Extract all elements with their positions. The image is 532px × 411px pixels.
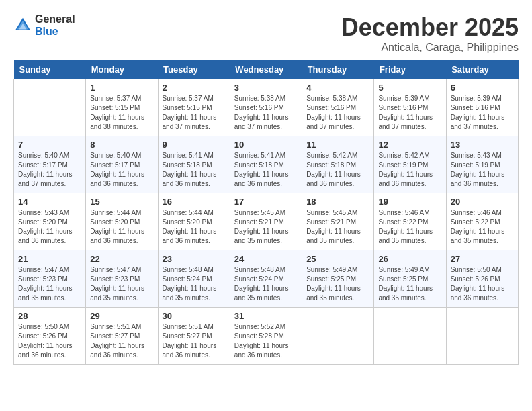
cell-week1-day6: 6Sunrise: 5:39 AMSunset: 5:16 PMDaylight… — [446, 79, 518, 136]
header: General Blue December 2025 Anticala, Car… — [13, 13, 519, 54]
header-wednesday: Wednesday — [230, 60, 302, 79]
cell-week1-day0 — [14, 79, 86, 136]
logo: General Blue — [13, 13, 75, 37]
day-number: 1 — [90, 83, 153, 93]
cell-week3-day6: 20Sunrise: 5:46 AMSunset: 5:22 PMDayligh… — [446, 193, 518, 250]
cell-week4-day5: 26Sunrise: 5:49 AMSunset: 5:25 PMDayligh… — [374, 250, 446, 308]
cell-week5-day5 — [374, 308, 446, 365]
cell-week4-day1: 22Sunrise: 5:47 AMSunset: 5:23 PMDayligh… — [86, 250, 158, 308]
cell-week5-day3: 31Sunrise: 5:52 AMSunset: 5:28 PMDayligh… — [230, 308, 302, 365]
day-number: 17 — [234, 197, 298, 207]
month-title: December 2025 — [341, 13, 519, 42]
day-info: Sunrise: 5:48 AMSunset: 5:24 PMDaylight:… — [234, 265, 298, 303]
week-row-5: 28Sunrise: 5:50 AMSunset: 5:26 PMDayligh… — [14, 308, 519, 365]
day-info: Sunrise: 5:37 AMSunset: 5:15 PMDaylight:… — [163, 94, 226, 132]
day-info: Sunrise: 5:51 AMSunset: 5:27 PMDaylight:… — [163, 322, 226, 360]
day-info: Sunrise: 5:38 AMSunset: 5:16 PMDaylight:… — [306, 94, 369, 132]
cell-week1-day1: 1Sunrise: 5:37 AMSunset: 5:15 PMDaylight… — [86, 79, 158, 136]
day-number: 20 — [451, 197, 514, 207]
day-number: 14 — [18, 197, 81, 207]
day-number: 25 — [306, 254, 369, 264]
day-number: 8 — [90, 140, 153, 150]
cell-week3-day3: 17Sunrise: 5:45 AMSunset: 5:21 PMDayligh… — [230, 193, 302, 250]
day-number: 10 — [234, 140, 298, 150]
cell-week5-day1: 29Sunrise: 5:51 AMSunset: 5:27 PMDayligh… — [86, 308, 158, 365]
cell-week3-day4: 18Sunrise: 5:45 AMSunset: 5:21 PMDayligh… — [302, 193, 374, 250]
cell-week1-day4: 4Sunrise: 5:38 AMSunset: 5:16 PMDaylight… — [302, 79, 374, 136]
week-row-1: 1Sunrise: 5:37 AMSunset: 5:15 PMDaylight… — [14, 79, 519, 136]
day-number: 30 — [163, 311, 226, 321]
cell-week5-day6 — [446, 308, 518, 365]
day-info: Sunrise: 5:47 AMSunset: 5:23 PMDaylight:… — [18, 265, 81, 303]
header-friday: Friday — [374, 60, 446, 79]
day-info: Sunrise: 5:50 AMSunset: 5:26 PMDaylight:… — [451, 265, 514, 303]
cell-week4-day4: 25Sunrise: 5:49 AMSunset: 5:25 PMDayligh… — [302, 250, 374, 308]
location-title: Anticala, Caraga, Philippines — [341, 42, 519, 54]
day-info: Sunrise: 5:41 AMSunset: 5:18 PMDaylight:… — [234, 151, 298, 189]
day-info: Sunrise: 5:37 AMSunset: 5:15 PMDaylight:… — [90, 94, 153, 132]
cell-week5-day0: 28Sunrise: 5:50 AMSunset: 5:26 PMDayligh… — [14, 308, 86, 365]
cell-week3-day5: 19Sunrise: 5:46 AMSunset: 5:22 PMDayligh… — [374, 193, 446, 250]
day-info: Sunrise: 5:39 AMSunset: 5:16 PMDaylight:… — [451, 94, 514, 132]
cell-week4-day2: 23Sunrise: 5:48 AMSunset: 5:24 PMDayligh… — [158, 250, 230, 308]
cell-week2-day2: 9Sunrise: 5:41 AMSunset: 5:18 PMDaylight… — [158, 136, 230, 193]
title-area: December 2025 Anticala, Caraga, Philippi… — [341, 13, 519, 54]
day-info: Sunrise: 5:49 AMSunset: 5:25 PMDaylight:… — [378, 265, 441, 303]
day-info: Sunrise: 5:47 AMSunset: 5:23 PMDaylight:… — [90, 265, 153, 303]
cell-week5-day4 — [302, 308, 374, 365]
header-monday: Monday — [86, 60, 158, 79]
day-info: Sunrise: 5:43 AMSunset: 5:20 PMDaylight:… — [18, 208, 81, 246]
header-tuesday: Tuesday — [158, 60, 230, 79]
cell-week3-day1: 15Sunrise: 5:44 AMSunset: 5:20 PMDayligh… — [86, 193, 158, 250]
day-number: 6 — [451, 83, 514, 93]
day-number: 31 — [234, 311, 298, 321]
day-info: Sunrise: 5:46 AMSunset: 5:22 PMDaylight:… — [378, 208, 441, 246]
day-number: 7 — [18, 140, 81, 150]
cell-week3-day2: 16Sunrise: 5:44 AMSunset: 5:20 PMDayligh… — [158, 193, 230, 250]
day-number: 24 — [234, 254, 298, 264]
cell-week1-day3: 3Sunrise: 5:38 AMSunset: 5:16 PMDaylight… — [230, 79, 302, 136]
day-number: 12 — [378, 140, 441, 150]
day-info: Sunrise: 5:48 AMSunset: 5:24 PMDaylight:… — [163, 265, 226, 303]
day-info: Sunrise: 5:40 AMSunset: 5:17 PMDaylight:… — [18, 151, 81, 189]
cell-week2-day3: 10Sunrise: 5:41 AMSunset: 5:18 PMDayligh… — [230, 136, 302, 193]
week-row-3: 14Sunrise: 5:43 AMSunset: 5:20 PMDayligh… — [14, 193, 519, 250]
day-info: Sunrise: 5:46 AMSunset: 5:22 PMDaylight:… — [451, 208, 514, 246]
day-number: 27 — [451, 254, 514, 264]
day-info: Sunrise: 5:39 AMSunset: 5:16 PMDaylight:… — [378, 94, 441, 132]
day-number: 18 — [306, 197, 369, 207]
day-info: Sunrise: 5:45 AMSunset: 5:21 PMDaylight:… — [306, 208, 369, 246]
day-number: 28 — [18, 311, 81, 321]
day-info: Sunrise: 5:42 AMSunset: 5:18 PMDaylight:… — [306, 151, 369, 189]
day-number: 21 — [18, 254, 81, 264]
day-number: 11 — [306, 140, 369, 150]
day-info: Sunrise: 5:42 AMSunset: 5:19 PMDaylight:… — [378, 151, 441, 189]
day-info: Sunrise: 5:44 AMSunset: 5:20 PMDaylight:… — [163, 208, 226, 246]
day-number: 3 — [234, 83, 298, 93]
day-number: 2 — [163, 83, 226, 93]
day-number: 15 — [90, 197, 153, 207]
cell-week4-day6: 27Sunrise: 5:50 AMSunset: 5:26 PMDayligh… — [446, 250, 518, 308]
day-info: Sunrise: 5:49 AMSunset: 5:25 PMDaylight:… — [306, 265, 369, 303]
day-number: 19 — [378, 197, 441, 207]
cell-week2-day6: 13Sunrise: 5:43 AMSunset: 5:19 PMDayligh… — [446, 136, 518, 193]
day-number: 13 — [451, 140, 514, 150]
day-info: Sunrise: 5:40 AMSunset: 5:17 PMDaylight:… — [90, 151, 153, 189]
day-number: 4 — [306, 83, 369, 93]
calendar-table: SundayMondayTuesdayWednesdayThursdayFrid… — [13, 60, 519, 365]
day-info: Sunrise: 5:38 AMSunset: 5:16 PMDaylight:… — [234, 94, 298, 132]
cell-week3-day0: 14Sunrise: 5:43 AMSunset: 5:20 PMDayligh… — [14, 193, 86, 250]
day-number: 23 — [163, 254, 226, 264]
weekday-header-row: SundayMondayTuesdayWednesdayThursdayFrid… — [14, 60, 519, 79]
logo-text: General Blue — [35, 13, 75, 37]
day-number: 29 — [90, 311, 153, 321]
cell-week4-day0: 21Sunrise: 5:47 AMSunset: 5:23 PMDayligh… — [14, 250, 86, 308]
day-info: Sunrise: 5:41 AMSunset: 5:18 PMDaylight:… — [163, 151, 226, 189]
cell-week2-day0: 7Sunrise: 5:40 AMSunset: 5:17 PMDaylight… — [14, 136, 86, 193]
cell-week1-day2: 2Sunrise: 5:37 AMSunset: 5:15 PMDaylight… — [158, 79, 230, 136]
cell-week4-day3: 24Sunrise: 5:48 AMSunset: 5:24 PMDayligh… — [230, 250, 302, 308]
logo-icon — [13, 16, 32, 35]
header-saturday: Saturday — [446, 60, 518, 79]
day-info: Sunrise: 5:51 AMSunset: 5:27 PMDaylight:… — [90, 322, 153, 360]
header-sunday: Sunday — [14, 60, 86, 79]
